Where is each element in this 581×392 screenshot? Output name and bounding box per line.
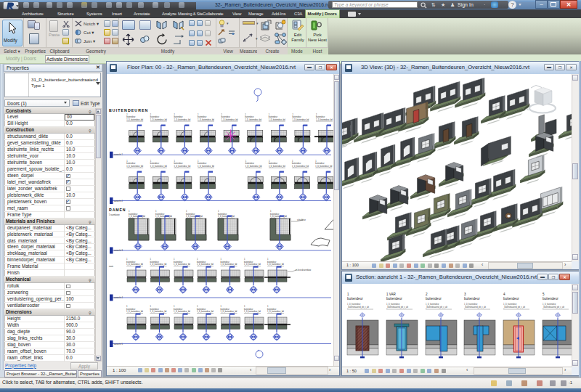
svg-text:1_D_buitendeur_bd: 1_D_buitendeur_bd: [198, 118, 214, 121]
svg-text:buitendeur: buitendeur: [221, 261, 229, 264]
svg-text:1_D_buitendeur: 1_D_buitendeur: [464, 303, 478, 306]
svg-text:1_D_buitendeur_bd: 1_D_buitendeur_bd: [174, 165, 190, 168]
svg-text:RAMEN: RAMEN: [109, 208, 126, 212]
svg-text:buitendeur: buitendeur: [150, 115, 159, 118]
svg-text:1: 1: [292, 113, 293, 116]
svg-text:1_D_buitendeur_bd: 1_D_buitendeur_bd: [126, 310, 143, 313]
svg-text:buitendeur: buitendeur: [503, 297, 519, 301]
svg-text:1_D_buitendeur_bd: 1_D_buitendeur_bd: [315, 165, 332, 168]
svg-text:buitendeur: buitendeur: [270, 213, 279, 216]
svg-text:buitendeur: buitendeur: [155, 213, 164, 216]
svg-text:1: 1: [292, 160, 293, 163]
svg-text:1_D_buitendeur_bd: 1_D_buitendeur_bd: [245, 165, 262, 168]
svg-text:4: 4: [503, 293, 505, 296]
svg-text:1_D_buitendeur_bd: 1_D_buitendeur_bd: [174, 310, 190, 313]
svg-text:buitendeur: buitendeur: [269, 162, 277, 165]
svg-text:1: 1: [198, 160, 199, 163]
svg-text:1_D_buitendeur_bd: 1_D_buitendeur_bd: [221, 263, 237, 266]
svg-text:buitendeur: buitendeur: [174, 162, 182, 165]
svg-text:1: 1: [197, 258, 198, 261]
svg-text:1: 1: [347, 293, 349, 296]
svg-text:5 raamkozijn: 5 raamkozijn: [109, 213, 120, 216]
svg-text:buitendeur: buitendeur: [126, 115, 135, 118]
svg-text:1_D_buitendeur_bd: 1_D_buitendeur_bd: [150, 263, 167, 266]
svg-text:_buitendraaiend_pb_v_ab: _buitendraaiend_pb_v_ab: [346, 306, 370, 309]
svg-text:1_D_buitendeur_bd: 1_D_buitendeur_bd: [267, 263, 284, 266]
svg-text:1_D_buitendeur_bd: 1_D_buitendeur_bd: [129, 215, 145, 218]
svg-text:_buitendraaiend_pb_v_ab: _buitendraaiend_pb_v_ab: [503, 306, 526, 309]
svg-text:aanzicht 1: aanzicht 1: [114, 153, 123, 156]
svg-text:1_D_buitendeur: 1_D_buitendeur: [543, 303, 556, 306]
svg-text:1_D_buitendeur_bd: 1_D_buitendeur_bd: [150, 310, 167, 313]
svg-text:1_D_buitendeur_bd: 1_D_buitendeur_bd: [126, 263, 143, 266]
svg-text:1_D_buitendeur_bd: 1_D_buitendeur_bd: [197, 310, 214, 313]
svg-text:buitendeur: buitendeur: [218, 213, 227, 216]
svg-text:_buitendraaiend_pb_v_ab: _buitendraaiend_pb_v_ab: [542, 306, 565, 309]
svg-text:aanzicht 2: aanzicht 2: [114, 200, 123, 203]
svg-text:BUITENDEUREN: BUITENDEUREN: [109, 108, 148, 113]
svg-text:aanzicht 4: aanzicht 4: [114, 296, 123, 299]
svg-text:1: 1: [269, 160, 270, 163]
svg-text:1_D_buitendeur_bd: 1_D_buitendeur_bd: [244, 263, 261, 266]
svg-text:1_D_buitendeur: 1_D_buitendeur: [347, 303, 361, 306]
svg-text:buitendeur: buitendeur: [267, 308, 276, 311]
svg-text:1: 1: [126, 305, 128, 308]
svg-text:1: 1: [222, 113, 223, 116]
svg-text:1: 1: [315, 160, 317, 163]
svg-text:5: 5: [543, 293, 545, 296]
svg-text:1_D_buitendeur_bd: 1_D_buitendeur_bd: [292, 118, 309, 121]
svg-text:buitendeur: buitendeur: [150, 308, 159, 311]
svg-text:buitendeur: buitendeur: [186, 213, 195, 216]
svg-text:1_D_buitendeur_bd: 1_D_buitendeur_bd: [316, 118, 333, 121]
svg-text:buitendeur: buitendeur: [126, 162, 135, 165]
svg-text:buitendeur: buitendeur: [269, 115, 277, 118]
svg-text:buitendeur: buitendeur: [174, 308, 182, 311]
svg-text:buitendeur: buitendeur: [426, 297, 442, 301]
svg-text:1_D_buitendeur_bd: 1_D_buitendeur_bd: [155, 215, 172, 218]
svg-text:1: 1: [150, 258, 152, 261]
svg-text:1_D_buitendeur_bd: 1_D_buitendeur_bd: [269, 165, 285, 168]
svg-text:1: 1: [221, 305, 222, 308]
svg-text:aanzicht 3: aanzicht 3: [114, 249, 123, 252]
svg-text:buitendeur: buitendeur: [198, 115, 206, 118]
svg-text:1_D_buitendeur: 1_D_buitendeur: [426, 303, 439, 306]
svg-text:1_D_buitendeur_bd: 1_D_buitendeur_bd: [150, 165, 167, 168]
svg-text:buitendeur: buitendeur: [126, 261, 135, 264]
svg-text:1: 1: [244, 305, 245, 308]
svg-text:1_D_buitendeur_bd: 1_D_buitendeur_bd: [222, 118, 238, 121]
svg-text:1_D_buitendeur_bd: 1_D_buitendeur_bd: [244, 310, 261, 313]
svg-text:1 VAR: 1 VAR: [386, 293, 397, 296]
svg-text:buitendeur: buitendeur: [174, 115, 182, 118]
svg-text:1: 1: [245, 113, 246, 116]
svg-text:1_D_buitendeur_bd: 1_D_buitendeur_bd: [221, 310, 237, 313]
svg-text:buitendeur: buitendeur: [150, 261, 159, 264]
svg-text:1: 1: [174, 258, 175, 261]
svg-text:1: 1: [197, 305, 198, 308]
svg-text:buitendeur: buitendeur: [126, 308, 135, 311]
svg-text:buitendeur: buitendeur: [222, 115, 230, 118]
svg-text:buitendeur: buitendeur: [292, 115, 301, 118]
svg-text:aanzicht 5: aanzicht 5: [114, 343, 123, 346]
svg-text:1: 1: [174, 113, 175, 116]
svg-text:buitendeur: buitendeur: [174, 261, 182, 264]
svg-text:buitendeur: buitendeur: [543, 297, 558, 301]
svg-text:1_D_buitendeur: 1_D_buitendeur: [503, 303, 517, 306]
svg-text:1: 1: [155, 210, 157, 213]
svg-text:1_D_buitendeur_bd: 1_D_buitendeur_bd: [174, 118, 190, 121]
svg-text:1_D_buitendeur_bd: 1_D_buitendeur_bd: [150, 118, 167, 121]
svg-text:buitendeur: buitendeur: [129, 213, 137, 216]
svg-text:1_D_buitendeur_bd: 1_D_buitendeur_bd: [269, 118, 285, 121]
svg-text:1: 1: [126, 113, 128, 116]
svg-text:buitendeur: buitendeur: [347, 297, 363, 301]
svg-text:buitendeur: buitendeur: [292, 162, 301, 165]
svg-text:buitendeur: buitendeur: [198, 162, 206, 165]
svg-text:1: 1: [270, 210, 272, 213]
svg-text:1: 1: [316, 113, 317, 116]
svg-text:1_D_buitendeur_bd: 1_D_buitendeur_bd: [186, 215, 203, 218]
svg-text:buitendeur: buitendeur: [245, 162, 254, 165]
svg-text:1_D_buitendeur_bd: 1_D_buitendeur_bd: [126, 165, 143, 168]
svg-text:1_D_buitendeur_bd: 1_D_buitendeur_bd: [126, 118, 143, 121]
svg-text:1: 1: [150, 160, 152, 163]
svg-text:buitendeur: buitendeur: [464, 297, 480, 301]
svg-text:1: 1: [174, 160, 175, 163]
